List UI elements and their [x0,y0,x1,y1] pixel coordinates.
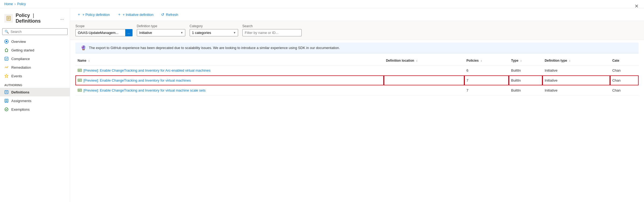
sidebar-item-label: Exemptions [11,107,30,112]
sidebar-item-compliance[interactable]: Compliance [0,54,70,63]
sidebar-item-label: Overview [11,40,26,44]
svg-rect-9 [5,90,8,94]
sidebar-item-label: Events [11,74,22,78]
col-definition-location[interactable]: Definition location ↕ [384,56,464,65]
category-label: Category [190,24,238,28]
compliance-icon [4,57,9,61]
definition-type-filter: Definition type Initiative Policy ▼ [137,24,185,36]
close-button[interactable]: ✕ [635,3,639,9]
table-header: Name ↕ Definition location ↕ Policies ↕ [75,56,639,65]
col-category: Cate [610,56,639,65]
search-icon: 🔍 [5,30,9,34]
row2-link[interactable]: [Preview]: Enable ChangeTracking and Inv… [78,78,382,82]
info-text: The export to GitHub experience has been… [89,46,340,50]
definition-type-select[interactable]: Initiative Policy [137,29,185,36]
sidebar-item-label: Getting started [11,48,34,52]
sidebar-nav: Overview Getting started Compliance [0,37,70,114]
authoring-header: Authoring [0,80,70,88]
page-header: Policy | Definitions ... [0,11,70,27]
initiative-icon [78,78,82,82]
cell-policies: 7 [464,75,509,85]
cell-policies: 7 [464,85,509,95]
toolbar: ＋ + Policy definition ＋ + Initiative def… [70,8,644,21]
info-banner: 🔮 The export to GitHub experience has be… [75,43,639,53]
cell-definition-type: Initiative [542,65,610,75]
plus-icon: ＋ [77,12,81,17]
sidebar-item-definitions[interactable]: Definitions [0,88,70,96]
sidebar-item-remediation[interactable]: Remediation [0,63,70,72]
sidebar-item-events[interactable]: Events [0,72,70,80]
svg-point-13 [6,100,7,101]
category-dropdown[interactable]: 1 categories ▼ [190,29,238,36]
plus-icon: ＋ [117,12,121,17]
row3-link[interactable]: [Preview]: Enable ChangeTracking and Inv… [78,88,382,92]
search-filter-label: Search [242,24,302,28]
getting-started-icon [4,48,9,52]
category-filter: Category 1 categories ▼ [190,24,238,36]
cell-type: BuiltIn [509,75,542,85]
breadcrumb-home[interactable]: Home [4,2,13,6]
initiative-definition-button[interactable]: ＋ + Initiative definition [116,11,155,18]
cell-category: Chan [610,85,639,95]
breadcrumb-policy[interactable]: Policy [17,2,26,6]
cell-definition-type: Initiative [542,75,610,85]
cell-definition-type: Initiative [542,85,610,95]
content-area: ＋ + Policy definition ＋ + Initiative def… [70,8,644,202]
definitions-table: Name ↕ Definition location ↕ Policies ↕ [75,56,639,95]
assignments-icon [4,99,9,103]
initiative-icon [78,68,82,72]
sidebar-item-getting-started[interactable]: Getting started [0,46,70,54]
policy-definition-button[interactable]: ＋ + Policy definition [75,11,112,18]
col-name[interactable]: Name ↕ [75,56,384,65]
info-icon: 🔮 [81,45,86,50]
scope-input-group: ... [75,29,133,36]
cell-definition-location [384,85,464,95]
overview-icon [4,39,9,44]
cell-type: BuiltIn [509,85,542,95]
cell-type: BuiltIn [509,65,542,75]
scope-button[interactable]: ... [125,29,133,36]
cell-name: [Preview]: Enable ChangeTracking and Inv… [75,85,384,95]
events-icon [4,74,9,78]
refresh-button[interactable]: ↺ Refresh [159,11,180,18]
sidebar-item-overview[interactable]: Overview [0,37,70,46]
ellipsis-button[interactable]: ... [59,15,65,21]
col-policies[interactable]: Policies ↕ [464,56,509,65]
row1-link[interactable]: [Preview]: Enable ChangeTracking and Inv… [78,68,382,72]
refresh-icon: ↺ [161,12,164,17]
sort-icon: ↕ [569,59,570,62]
sort-icon: ↕ [416,59,417,62]
table-row: [Preview]: Enable ChangeTracking and Inv… [75,75,639,85]
col-definition-type[interactable]: Definition type ↕ [542,56,610,65]
cell-policies: 6 [464,65,509,75]
breadcrumb-sep: › [15,2,16,6]
page-title: Policy | Definitions [16,13,56,24]
sidebar-item-assignments[interactable]: Assignments [0,96,70,105]
svg-rect-23 [78,89,82,92]
search-input[interactable] [11,30,65,34]
exemptions-icon [4,107,9,112]
definitions-icon [4,90,9,94]
policy-icon [4,14,13,23]
col-type[interactable]: Type ↕ [509,56,542,65]
filters-bar: Scope ... Definition type Initiative Pol… [70,21,644,40]
sort-icon: ↕ [520,59,522,62]
category-select[interactable]: 1 categories [190,29,238,36]
cell-definition-location [384,65,464,75]
search-filter: Search [242,24,302,36]
table-row: [Preview]: Enable ChangeTracking and Inv… [75,65,639,75]
table-row: [Preview]: Enable ChangeTracking and Inv… [75,85,639,95]
svg-rect-19 [78,79,82,82]
definition-type-dropdown[interactable]: Initiative Policy ▼ [137,29,185,36]
sidebar-item-label: Compliance [11,57,30,61]
sidebar-item-exemptions[interactable]: Exemptions [0,105,70,114]
cell-category: Chan [610,65,639,75]
cell-category: Chan [610,75,639,85]
svg-rect-15 [78,69,82,72]
search-filter-input[interactable] [242,29,302,36]
sidebar-search[interactable]: 🔍 [2,28,68,35]
scope-filter: Scope ... [75,24,133,36]
scope-input[interactable] [75,29,125,36]
sort-icon: ↕ [88,59,90,62]
sidebar-item-label: Assignments [11,99,31,103]
